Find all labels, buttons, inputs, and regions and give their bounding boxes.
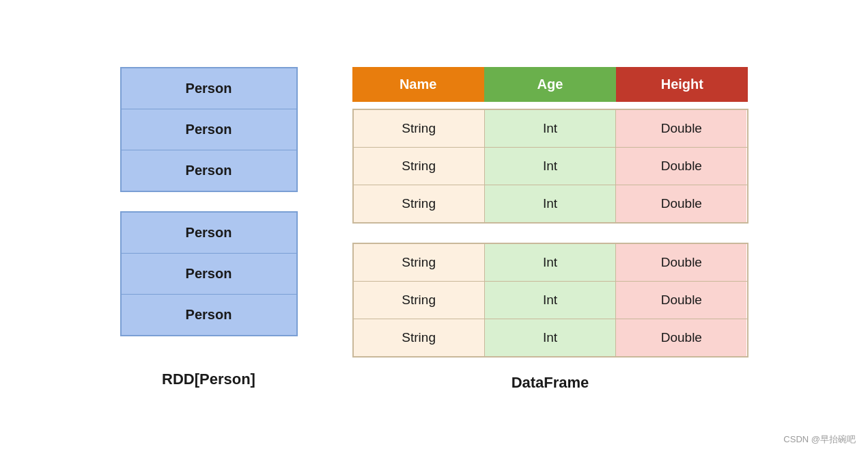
df-cell-1-1-1: Int <box>485 282 616 319</box>
rdd-partition-1: PersonPersonPerson <box>120 211 298 336</box>
df-cell-0-1-0: String <box>354 148 485 185</box>
rdd-cell-0-0: Person <box>122 68 296 109</box>
df-cell-1-2-0: String <box>354 319 485 356</box>
df-cell-1-1-2: Double <box>616 282 746 319</box>
df-cell-0-1-1: Int <box>485 148 616 185</box>
df-cell-1-1-0: String <box>354 282 485 319</box>
main-container: PersonPersonPersonPersonPersonPerson RDD… <box>0 53 868 405</box>
watermark: CSDN @早抬碗吧 <box>783 433 856 446</box>
df-cell-1-2-1: Int <box>485 319 616 356</box>
rdd-partition-0: PersonPersonPerson <box>120 67 298 192</box>
rdd-partitions: PersonPersonPersonPersonPersonPerson <box>120 67 298 336</box>
rdd-section: PersonPersonPersonPersonPersonPerson RDD… <box>120 67 298 388</box>
df-cell-0-2-2: Double <box>616 185 746 222</box>
rdd-cell-1-2: Person <box>122 295 296 335</box>
dataframe-section: NameAgeHeight StringIntDoubleStringIntDo… <box>352 67 748 392</box>
df-partition-0: StringIntDoubleStringIntDoubleStringIntD… <box>352 109 748 224</box>
df-cell-0-2-1: Int <box>485 185 616 222</box>
df-row-0-1: StringIntDouble <box>354 148 747 185</box>
df-header-height: Height <box>616 67 748 102</box>
df-row-1-1: StringIntDouble <box>354 282 747 319</box>
rdd-label: RDD[Person] <box>162 371 255 388</box>
df-row-1-0: StringIntDouble <box>354 244 747 282</box>
df-cell-0-2-0: String <box>354 185 485 222</box>
df-cell-0-0-1: Int <box>485 110 616 147</box>
df-row-0-2: StringIntDouble <box>354 185 747 222</box>
df-cell-1-2-2: Double <box>616 319 746 356</box>
df-row-0-0: StringIntDouble <box>354 110 747 148</box>
df-cell-0-0-0: String <box>354 110 485 147</box>
df-partition-1: StringIntDoubleStringIntDoubleStringIntD… <box>352 243 748 358</box>
rdd-cell-0-1: Person <box>122 109 296 150</box>
rdd-cell-1-1: Person <box>122 254 296 295</box>
df-cell-0-1-2: Double <box>616 148 746 185</box>
rdd-cell-1-0: Person <box>122 213 296 254</box>
df-header-name: Name <box>352 67 484 102</box>
df-header: NameAgeHeight <box>352 67 748 102</box>
df-partitions: StringIntDoubleStringIntDoubleStringIntD… <box>352 109 748 358</box>
df-cell-0-0-2: Double <box>616 110 746 147</box>
df-row-1-2: StringIntDouble <box>354 319 747 356</box>
rdd-cell-0-2: Person <box>122 150 296 191</box>
df-header-age: Age <box>484 67 616 102</box>
df-label: DataFrame <box>512 374 589 392</box>
df-cell-1-0-0: String <box>354 244 485 281</box>
df-cell-1-0-1: Int <box>485 244 616 281</box>
df-cell-1-0-2: Double <box>616 244 746 281</box>
